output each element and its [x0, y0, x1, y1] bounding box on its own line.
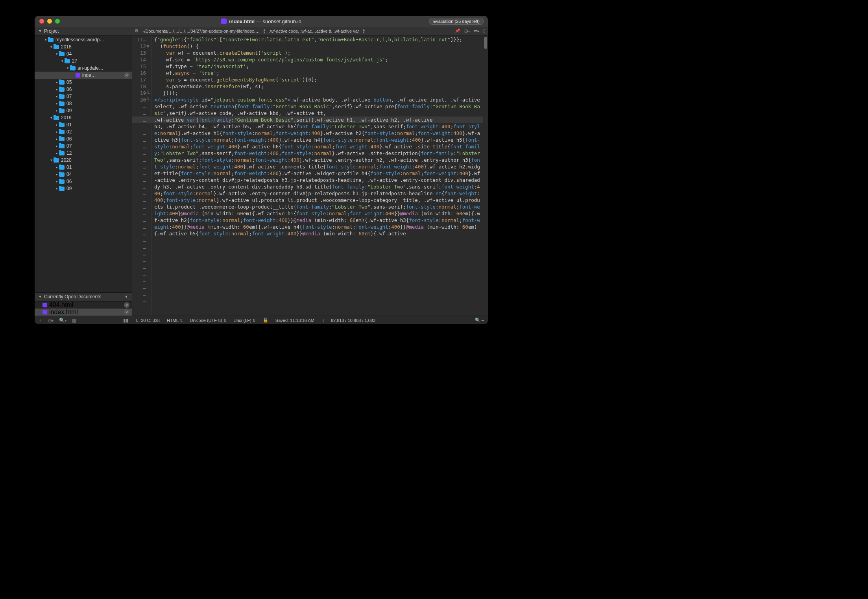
chevron-right-icon[interactable]: ▸	[54, 130, 59, 134]
chevron-right-icon[interactable]: ▸	[54, 165, 59, 169]
folder-row[interactable]: ▸07	[35, 142, 132, 150]
folder-row[interactable]: ▸06	[35, 178, 132, 185]
close-window[interactable]	[39, 19, 44, 24]
folder-row[interactable]: ▾27	[35, 57, 132, 65]
chevron-right-icon[interactable]: ▸	[54, 109, 59, 113]
folder-row[interactable]: ▸02	[35, 128, 132, 135]
folder-row[interactable]: ▸01	[35, 164, 132, 171]
chevron-right-icon[interactable]: ▸	[54, 94, 59, 98]
breadcrumb-stepper[interactable]: ▲▼	[263, 28, 266, 34]
folder-icon	[59, 52, 65, 56]
project-panel-header[interactable]: ▼ Project	[35, 27, 132, 35]
folder-row[interactable]: ▸01	[35, 121, 132, 128]
tree-item-label: 01	[66, 165, 72, 170]
chevron-right-icon[interactable]: ▸	[54, 187, 59, 190]
open-doc-row[interactable]: index.html×	[35, 309, 132, 316]
title-project: suobset.github.io	[262, 18, 301, 24]
folder-row[interactable]: ▾2018	[35, 43, 132, 50]
folder-row[interactable]: ▾2019	[35, 114, 132, 121]
editor[interactable]: 11… 12▼ 13 14 15 16 17 18 19┗ 20┗ … … … …	[132, 35, 488, 316]
history-dropdown-icon[interactable]: ◷▾	[464, 28, 470, 33]
history-icon[interactable]: ◷▾	[48, 318, 54, 323]
folder-row[interactable]: ▾04	[35, 50, 132, 57]
folder-icon	[59, 80, 65, 85]
chevron-down-icon[interactable]: ▼	[124, 295, 129, 299]
open-docs-label: Currently Open Documents	[44, 294, 101, 300]
folder-icon	[70, 66, 76, 70]
chevron-right-icon[interactable]: ▸	[54, 179, 59, 183]
code-area[interactable]: {"google":{"families":["Lobster+Two:r:la…	[152, 35, 483, 316]
folder-row[interactable]: ▸04	[35, 171, 132, 178]
breadcrumb[interactable]: ~/Documents/…/…/…/…/04/27/an-update-on-m…	[142, 29, 260, 33]
chevron-down-icon[interactable]: ▾	[60, 59, 65, 63]
folder-row[interactable]: ▸07	[35, 93, 132, 100]
line-endings-selector[interactable]: Unix (LF) ⇅	[234, 318, 256, 323]
tree-item-label: 07	[66, 94, 72, 99]
layout-icon[interactable]: ▥	[72, 318, 76, 323]
chevron-right-icon[interactable]: ▸	[54, 87, 59, 91]
tree-item-label: 01	[66, 122, 72, 128]
open-doc-row[interactable]: 404.html×	[35, 301, 132, 309]
search-icon[interactable]: 🔍 –	[475, 318, 484, 323]
file-row[interactable]: inde…×	[35, 72, 132, 79]
search-icon[interactable]: 🔍▾	[59, 318, 66, 323]
chevron-down-icon[interactable]: ▾	[49, 45, 54, 49]
new-doc-icon[interactable]: ▯	[483, 28, 486, 33]
symbol-stepper[interactable]: ▲▼	[362, 28, 365, 34]
gutter[interactable]: 11… 12▼ 13 14 15 16 17 18 19┗ 20┗ … … … …	[132, 35, 152, 316]
folder-row[interactable]: ▾2020	[35, 157, 132, 164]
chevron-down-icon[interactable]: ▾	[49, 116, 54, 120]
language-selector[interactable]: HTML ⇅	[167, 318, 183, 323]
scroll-thumb[interactable]	[484, 37, 487, 49]
close-icon[interactable]: ×	[124, 72, 129, 78]
chevron-right-icon[interactable]: ▸	[54, 80, 59, 84]
statusbar: L: 20 C: 328 HTML ⇅ Unicode (UTF-8) ⇅ Un…	[132, 316, 488, 324]
cursor-position[interactable]: L: 20 C: 328	[136, 318, 160, 323]
evaluation-badge[interactable]: Evaluation (25 days left)	[429, 18, 484, 25]
collapse-sidebar-icon[interactable]: ▮▮	[123, 318, 129, 323]
project-tree[interactable]: ▾myndlessness.wordp…▾2018▾04▾27▾an-updat…	[35, 35, 132, 292]
chevron-down-icon[interactable]: ▾	[65, 66, 70, 70]
encoding-selector[interactable]: Unicode (UTF-8) ⇅	[190, 318, 227, 323]
chevron-down-icon[interactable]: ▾	[54, 52, 59, 56]
tree-item-label: 27	[72, 58, 77, 64]
open-docs-header[interactable]: ▼ Currently Open Documents ▼	[35, 292, 132, 301]
close-icon[interactable]: ×	[124, 309, 129, 315]
folder-icon	[54, 158, 59, 163]
folder-row[interactable]: ▸09	[35, 107, 132, 114]
app-window: index.html — suobset.github.io Evaluatio…	[35, 16, 488, 324]
tree-item-label: 09	[66, 186, 72, 191]
minimize-window[interactable]	[47, 19, 52, 24]
split-icon[interactable]: ▭▾	[474, 28, 479, 33]
symbol-selector[interactable]: .wf-active code, .wf-ac…active tt, .wf-a…	[269, 29, 359, 33]
chevron-right-icon[interactable]: ▸	[54, 102, 59, 105]
folder-row[interactable]: ▾myndlessness.wordp…	[35, 36, 132, 43]
chevron-down-icon[interactable]: ▾	[43, 38, 48, 42]
folder-row[interactable]: ▸08	[35, 100, 132, 107]
folder-icon	[65, 59, 70, 63]
chevron-right-icon[interactable]: ▸	[54, 137, 59, 141]
scrollbar[interactable]	[483, 35, 488, 316]
chevron-right-icon[interactable]: ▸	[54, 144, 59, 148]
chevron-right-icon[interactable]: ▸	[54, 172, 59, 176]
file-icon	[221, 18, 227, 24]
folder-row[interactable]: ▸05	[35, 79, 132, 86]
chevron-right-icon[interactable]: ▸	[54, 123, 59, 127]
chevron-down-icon[interactable]: ▾	[49, 158, 54, 162]
folder-row[interactable]: ▸09	[35, 185, 132, 192]
chevron-right-icon[interactable]: ▸	[54, 151, 59, 155]
add-icon[interactable]: ＋	[38, 317, 42, 324]
open-docs-list[interactable]: 404.html×index.html×	[35, 301, 132, 316]
folder-row[interactable]: ▸12	[35, 150, 132, 157]
close-icon[interactable]: ×	[124, 302, 129, 308]
folder-row[interactable]: ▾an-update…	[35, 65, 132, 72]
pin-icon[interactable]: 📌	[455, 28, 460, 33]
folder-row[interactable]: ▸06	[35, 135, 132, 142]
folder-icon	[59, 94, 65, 99]
lock-icon[interactable]: 🔓	[263, 318, 268, 323]
folder-row[interactable]: ▸06	[35, 86, 132, 93]
maximize-window[interactable]	[55, 19, 60, 24]
gear-icon[interactable]: ⚙	[135, 28, 139, 33]
tree-item-label: 2019	[61, 115, 72, 120]
document-icon: ▯	[321, 318, 324, 323]
